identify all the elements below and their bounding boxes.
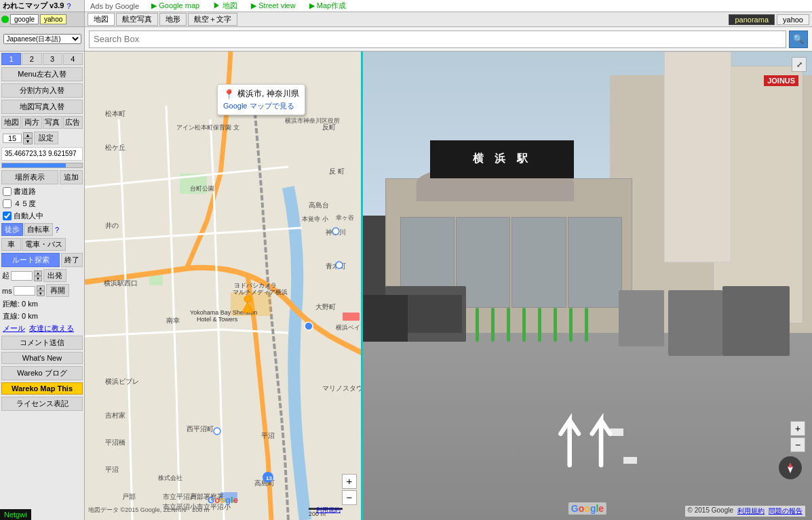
svg-text:反 町: 反 町: [329, 167, 345, 175]
streetview-link[interactable]: ▶ Street view: [244, 1, 302, 10]
svg-text:横浜ビブレ: 横浜ビブレ: [105, 378, 139, 385]
zoom-down-btn[interactable]: ▼: [23, 138, 33, 144]
comment-btn[interactable]: コメント送信: [1, 336, 83, 350]
svg-text:反町: 反町: [322, 123, 336, 131]
menu-swap-btn[interactable]: Menu左右入替: [1, 67, 83, 81]
svg-point-29: [332, 228, 339, 235]
popup-location-text: 横浜市, 神奈川県: [237, 88, 299, 100]
walk-btn[interactable]: 徒歩: [1, 223, 23, 236]
maptype-koku-btn[interactable]: 航空＋文字: [188, 13, 237, 26]
svg-text:平沼橋: 平沼橋: [105, 439, 125, 446]
streetview-pane[interactable]: JOINUS 横 浜 駅: [363, 52, 812, 520]
language-select[interactable]: Japanese(日本語): [3, 34, 81, 44]
sv-report-link[interactable]: 問題の報告: [769, 506, 803, 516]
help-icon[interactable]: ?: [66, 2, 71, 10]
svg-text:株式会社: 株式会社: [157, 475, 182, 481]
location-pin-icon: 📍: [223, 89, 235, 100]
svg-text:ヨドバシカメラ: ヨドバシカメラ: [234, 282, 277, 289]
param2-down[interactable]: ▼: [37, 291, 45, 296]
param1-input[interactable]: 5: [11, 271, 33, 281]
sv-yahoo-btn[interactable]: yahoo: [777, 14, 809, 25]
param1-down[interactable]: ▼: [34, 276, 42, 281]
depart-btn[interactable]: 出発: [43, 269, 66, 282]
svg-text:松ケ丘: 松ケ丘: [105, 144, 125, 151]
google-engine-btn[interactable]: google: [10, 14, 39, 24]
settings-btn[interactable]: 設定: [34, 132, 58, 144]
license-btn[interactable]: ライセンス表記: [1, 397, 83, 411]
view-ads-btn[interactable]: 広告: [63, 116, 83, 129]
seido-label: 書道路: [14, 186, 36, 197]
degree45-checkbox[interactable]: [3, 199, 12, 208]
wareko-blog-btn[interactable]: Wareko ブログ: [1, 366, 83, 380]
bike-btn[interactable]: 自転車: [24, 223, 53, 236]
route-end-btn[interactable]: 終了: [61, 253, 83, 267]
wareko-map-btn[interactable]: Wareko Map This: [1, 382, 83, 395]
tab-4[interactable]: 4: [63, 53, 83, 65]
google-map-link[interactable]: ▶ Google map: [144, 1, 206, 10]
svg-text:平沼: 平沼: [105, 466, 119, 473]
distance-display: 距離: 0 km: [0, 298, 84, 310]
transport-help[interactable]: ?: [54, 226, 60, 234]
popup-maps-link[interactable]: Google マップで見る: [223, 101, 299, 111]
maptype-chizu-btn[interactable]: 地図: [88, 13, 115, 26]
left-panel: 1 2 3 4 Menu左右入替 分割方向入替 地図写真入替 地図 両方 写真 …: [0, 52, 85, 520]
google-map-pane[interactable]: 松本町 松ケ丘 反町 反 町 高島台 神奈川 青木町 大野町 井の 横浜駅西口 …: [85, 52, 363, 520]
sv-google-logo: Google: [568, 502, 606, 515]
location-display-btn[interactable]: 場所表示: [1, 170, 58, 184]
svg-rect-35: [343, 313, 360, 321]
zoom-up-btn[interactable]: ▲: [23, 132, 33, 138]
sv-copyright: © 2015 Google: [688, 506, 733, 516]
chizu-link[interactable]: ▶ 地図: [206, 1, 244, 11]
split-dir-btn[interactable]: 分割方向入替: [1, 83, 83, 98]
car-btn[interactable]: 車: [1, 238, 21, 251]
view-chizu-btn[interactable]: 地図: [1, 116, 21, 129]
netgwi-badge: Netgwi: [0, 509, 31, 520]
maptype-kokusha-btn[interactable]: 航空写真: [116, 13, 158, 26]
mail-link[interactable]: メール: [3, 323, 25, 334]
view-both-btn[interactable]: 両方: [22, 116, 41, 129]
param2-input[interactable]: 500: [14, 286, 35, 296]
friend-link[interactable]: 友達に教える: [29, 323, 74, 334]
tab-2[interactable]: 2: [22, 53, 41, 65]
seido-checkbox[interactable]: [3, 187, 12, 196]
route-search-btn[interactable]: ルート探索: [1, 253, 60, 267]
yahoo-engine-btn[interactable]: yahoo: [40, 14, 66, 24]
map-photo-btn[interactable]: 地図写真入替: [1, 100, 83, 114]
mapcreate-link[interactable]: ▶ Map作成: [303, 1, 353, 11]
map-location-popup[interactable]: 📍 横浜市, 神奈川県 Google マップで見る: [217, 84, 305, 115]
bus-btn[interactable]: 電車・バス: [22, 238, 66, 251]
auto-center-checkbox[interactable]: [3, 212, 12, 220]
search-input[interactable]: [89, 31, 786, 48]
maptype-chikei-btn[interactable]: 地形: [159, 13, 187, 26]
replay-btn[interactable]: 再開: [46, 284, 69, 297]
sv-zoom-in-btn[interactable]: +: [790, 421, 805, 436]
view-photo-btn[interactable]: 写真: [43, 116, 62, 129]
auto-center-label: 自動人中: [14, 211, 43, 221]
map-terms[interactable]: 利用規約: [316, 506, 341, 515]
whatsnew-btn[interactable]: What's New: [1, 352, 83, 364]
sv-terms-link[interactable]: 利用規約: [737, 506, 765, 516]
panorama-btn[interactable]: panorama: [729, 14, 775, 25]
tab-1[interactable]: 1: [1, 53, 21, 65]
zoom-input[interactable]: 15: [3, 134, 22, 143]
map-zoom-in-btn[interactable]: +: [342, 474, 357, 489]
sv-compass[interactable]: [779, 456, 802, 479]
svg-text:幸ヶ谷: 幸ヶ谷: [336, 214, 354, 221]
sv-zoom-out-btn[interactable]: −: [790, 437, 805, 452]
svg-text:西平沼町: 西平沼町: [187, 425, 214, 433]
svg-text:マルチメディア横浜: マルチメディア横浜: [233, 289, 288, 296]
map-area: 松本町 松ケ丘 反町 反 町 高島台 神奈川 青木町 大野町 井の 横浜駅西口 …: [85, 52, 812, 520]
map-zoom-out-btn[interactable]: −: [342, 490, 357, 505]
param1-label: 起: [2, 271, 9, 281]
param2-label: ms: [2, 287, 12, 295]
param1-up[interactable]: ▲: [34, 271, 42, 276]
svg-text:高島台: 高島台: [309, 201, 329, 209]
sv-expand-btn[interactable]: ⤢: [792, 57, 807, 72]
add-location-btn[interactable]: 追加: [60, 170, 83, 184]
svg-text:アイン松本町保育園 文: アイン松本町保育園 文: [176, 124, 239, 131]
svg-text:マリノスタウン: マリノスタウン: [322, 384, 363, 392]
param2-up[interactable]: ▲: [37, 285, 45, 291]
search-submit-btn[interactable]: 🔍: [789, 31, 808, 48]
green-dot: [1, 16, 9, 23]
tab-3[interactable]: 3: [43, 53, 62, 65]
